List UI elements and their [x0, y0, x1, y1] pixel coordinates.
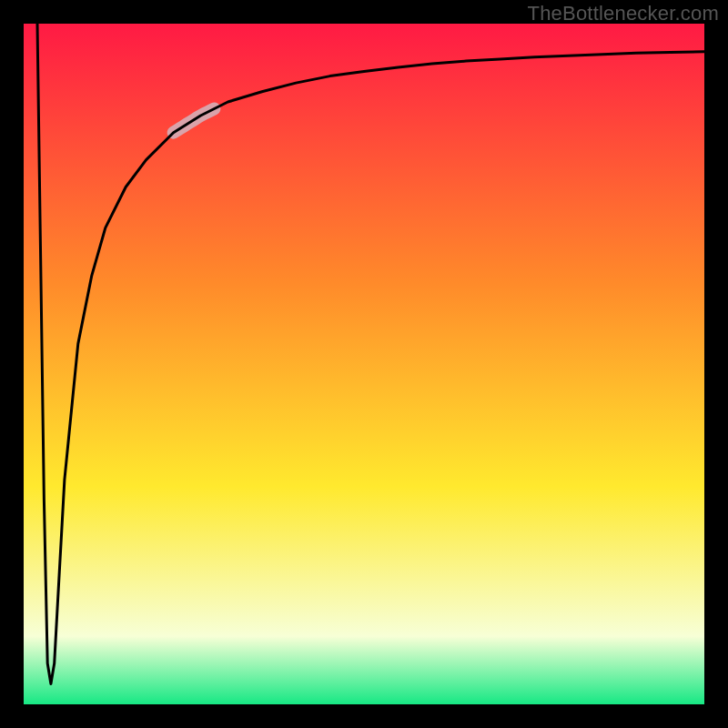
plot-area [24, 24, 704, 704]
gradient-background [24, 24, 704, 704]
chart-frame: TheBottlenecker.com [0, 0, 728, 728]
bottleneck-curve-chart [24, 24, 704, 704]
watermark-text: TheBottlenecker.com [528, 2, 719, 25]
